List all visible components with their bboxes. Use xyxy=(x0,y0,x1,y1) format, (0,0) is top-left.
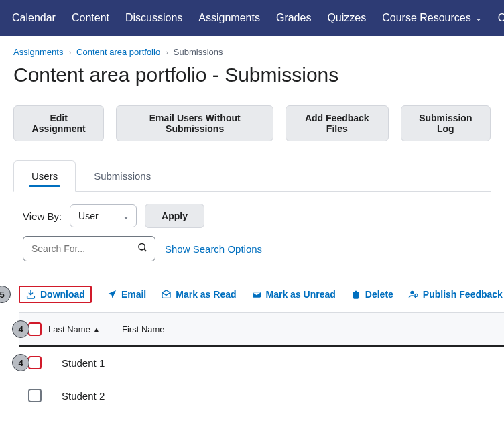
column-header-last-name[interactable]: Last Name ▲ xyxy=(48,324,122,335)
step-marker-5: 5 xyxy=(0,286,11,303)
select-all-checkbox[interactable] xyxy=(28,322,42,336)
publish-feedback-button[interactable]: Publish Feedback xyxy=(408,289,503,300)
breadcrumb-assignments[interactable]: Assignments xyxy=(13,47,63,57)
nav-calendar[interactable]: Calendar xyxy=(4,12,64,24)
breadcrumb-current: Submissions xyxy=(174,47,223,57)
chevron-down-icon: ⌄ xyxy=(475,13,482,23)
search-box xyxy=(23,236,155,261)
download-icon xyxy=(25,289,36,300)
nav-course-resources-label: Course Resources xyxy=(382,12,471,24)
download-button[interactable]: Download xyxy=(19,286,92,303)
publish-label: Publish Feedback xyxy=(423,289,503,300)
mark-read-button[interactable]: Mark as Read xyxy=(161,289,236,300)
mark-unread-button[interactable]: Mark as Unread xyxy=(251,289,336,300)
download-label: Download xyxy=(40,289,85,300)
email-users-without-submissions-button[interactable]: Email Users Without Submissions xyxy=(116,105,273,141)
publish-icon xyxy=(408,289,419,300)
page-title: Content area portfolio - Submissions xyxy=(13,64,491,86)
show-search-options-link[interactable]: Show Search Options xyxy=(165,243,262,255)
sort-asc-icon: ▲ xyxy=(93,326,100,333)
nav-course-resources[interactable]: Course Resources ⌄ xyxy=(374,12,490,24)
nav-content[interactable]: Content xyxy=(64,12,117,24)
view-by-select[interactable]: User ⌄ xyxy=(70,204,137,227)
mail-open-icon xyxy=(161,289,172,300)
svg-point-4 xyxy=(415,294,418,296)
submissions-table: 4 Last Name ▲ First Name 4 Student 1 Stu… xyxy=(0,312,504,412)
trash-icon xyxy=(351,289,361,300)
table-header-row: 4 Last Name ▲ First Name xyxy=(19,312,504,347)
student-name[interactable]: Student 2 xyxy=(48,390,105,402)
nav-assignments[interactable]: Assignments xyxy=(190,12,268,24)
column-header-first-name[interactable]: First Name xyxy=(122,324,165,335)
row-checkbox[interactable] xyxy=(28,389,42,402)
filter-row: View By: User ⌄ Apply xyxy=(13,192,491,236)
edit-assignment-button[interactable]: Edit Assignment xyxy=(13,105,104,141)
mark-unread-label: Mark as Unread xyxy=(266,289,336,300)
tab-users[interactable]: Users xyxy=(13,160,76,192)
chevron-down-icon: ⌄ xyxy=(123,211,129,221)
search-row: Show Search Options xyxy=(13,236,491,280)
step-marker-4: 4 xyxy=(12,354,29,371)
nav-grades[interactable]: Grades xyxy=(268,12,319,24)
nav-discussions[interactable]: Discussions xyxy=(117,12,190,24)
table-row: Student 2 xyxy=(19,379,504,412)
delete-label: Delete xyxy=(365,289,393,300)
action-button-row: Edit Assignment Email Users Without Subm… xyxy=(13,105,491,141)
svg-point-0 xyxy=(139,244,145,250)
email-label: Email xyxy=(121,289,146,300)
submission-log-button[interactable]: Submission Log xyxy=(401,105,491,141)
search-input[interactable] xyxy=(23,238,155,259)
breadcrumb-sep-icon: › xyxy=(68,48,71,56)
step-marker-4: 4 xyxy=(12,320,29,338)
search-icon[interactable] xyxy=(137,243,148,255)
table-row: 4 Student 1 xyxy=(19,347,504,379)
send-icon xyxy=(107,289,117,300)
svg-point-3 xyxy=(410,291,414,294)
view-by-label: View By: xyxy=(23,210,62,222)
nav-quizzes[interactable]: Quizzes xyxy=(319,12,374,24)
tab-submissions[interactable]: Submissions xyxy=(76,160,169,191)
nav-overflow[interactable]: Cou xyxy=(490,12,504,24)
svg-line-1 xyxy=(144,249,146,251)
view-by-selected: User xyxy=(78,210,99,221)
top-navbar: Calendar Content Discussions Assignments… xyxy=(0,0,504,36)
tab-strip: Users Submissions xyxy=(13,160,491,192)
mail-icon xyxy=(251,289,262,300)
delete-button[interactable]: Delete xyxy=(351,289,393,300)
student-name[interactable]: Student 1 xyxy=(48,357,105,369)
breadcrumb-portfolio[interactable]: Content area portfolio xyxy=(76,47,160,57)
add-feedback-files-button[interactable]: Add Feedback Files xyxy=(286,105,389,141)
apply-button[interactable]: Apply xyxy=(145,204,204,228)
last-name-label: Last Name xyxy=(48,324,90,335)
breadcrumb: Assignments › Content area portfolio › S… xyxy=(13,47,491,57)
email-button[interactable]: Email xyxy=(107,289,146,300)
mark-read-label: Mark as Read xyxy=(176,289,236,300)
breadcrumb-sep-icon: › xyxy=(166,48,168,56)
row-checkbox[interactable] xyxy=(28,356,42,369)
bulk-action-row: 5 Download Email Mark as Read Mark as Un… xyxy=(0,280,504,312)
